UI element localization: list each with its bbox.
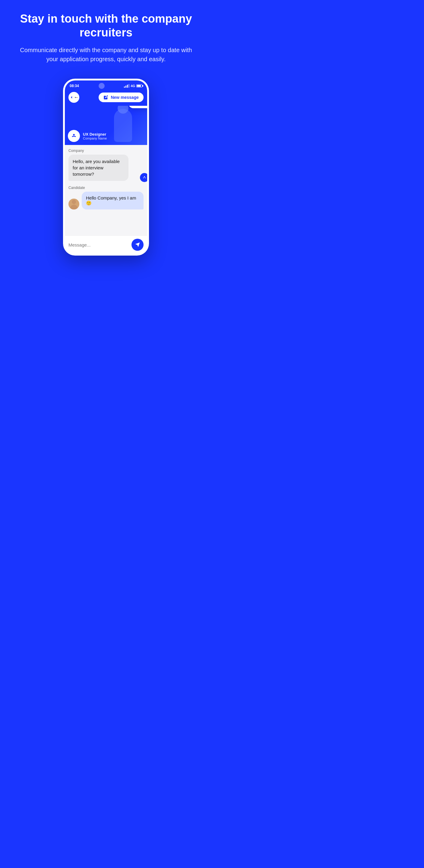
send-icon [135, 242, 140, 247]
status-right: 4G [124, 84, 142, 88]
company-avatar-icon [142, 176, 147, 180]
job-info: UX Designer Company Name [83, 132, 107, 140]
arrow-left-icon [69, 95, 74, 100]
status-bar: 08:34 4G [65, 81, 147, 90]
message-input[interactable] [68, 242, 128, 247]
hero-title: Stay in touch with the company recruiter… [18, 12, 194, 39]
company-message-text: Hello, are you available for an intervie… [73, 159, 120, 177]
new-message-label: New message [111, 95, 139, 100]
nav-bar: ← New message [65, 90, 147, 106]
candidate-message-text: Hello Company, yes I am 🙂 [86, 195, 136, 206]
svg-point-3 [144, 176, 145, 178]
phone-wrapper: 08:34 4G ← [0, 79, 212, 261]
hero-subtitle: Communicate directly with the company an… [18, 45, 194, 64]
job-title: UX Designer [83, 132, 107, 136]
candidate-avatar [68, 198, 79, 210]
status-time: 08:34 [70, 84, 79, 88]
svg-point-4 [143, 178, 144, 178]
new-message-button[interactable]: New message [99, 93, 144, 102]
candidate-message-row: Hello Company, yes I am 🙂 [68, 192, 144, 210]
svg-point-5 [145, 178, 146, 178]
signal-icon [124, 84, 129, 88]
send-button[interactable] [131, 239, 144, 251]
hero-section: Stay in touch with the company recruiter… [0, 0, 212, 70]
candidate-sender-label: Candidate [68, 186, 144, 190]
company-sender-label: Company [68, 149, 144, 153]
phone-frame: 08:34 4G ← [63, 79, 149, 255]
job-avatar [68, 130, 80, 142]
back-button[interactable]: ← [68, 92, 79, 103]
candidate-section: Candidate Hello Company, yes I am 🙂 [68, 186, 144, 210]
phone-hero-area: UX Designer Company Name [65, 106, 147, 145]
network-type: 4G [130, 84, 135, 88]
candidate-message-bubble: Hello Company, yes I am 🙂 [82, 192, 144, 210]
message-input-area [65, 236, 147, 254]
person-image [108, 106, 138, 145]
battery-icon [136, 84, 142, 87]
edit-icon [103, 95, 108, 100]
job-card: UX Designer Company Name [68, 130, 107, 142]
company-message-bubble: Hello, are you available for an intervie… [68, 155, 128, 181]
company-avatar-small [140, 173, 149, 182]
job-company: Company Name [83, 136, 107, 140]
svg-point-0 [73, 134, 75, 136]
chat-area: Company Hello, are you available for an … [65, 145, 147, 236]
job-avatar-icon [70, 133, 77, 139]
